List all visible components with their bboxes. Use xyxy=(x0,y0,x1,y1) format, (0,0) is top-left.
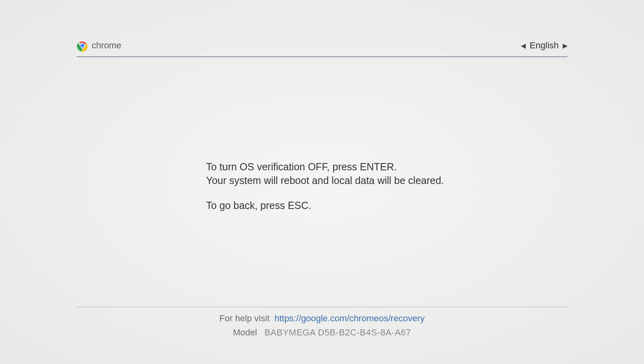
message-line-1: To turn OS verification OFF, press ENTER… xyxy=(206,160,483,174)
footer-divider xyxy=(76,307,568,307)
help-prefix: For help visit xyxy=(219,313,270,323)
main-content: To turn OS verification OFF, press ENTER… xyxy=(206,160,483,212)
os-verification-screen: chrome ◀ English ▶ To turn OS verificati… xyxy=(0,0,644,364)
model-line: Model BABYMEGA D5B-B2C-B4S-8A-A67 xyxy=(0,325,644,339)
svg-point-3 xyxy=(81,44,84,47)
message-line-3: To go back, press ESC. xyxy=(206,199,483,213)
language-selector[interactable]: ◀ English ▶ xyxy=(521,40,568,51)
help-line: For help visit https://google.com/chrome… xyxy=(0,311,644,325)
help-link[interactable]: https://google.com/chromeos/recovery xyxy=(275,313,425,323)
spacer xyxy=(206,188,483,199)
language-label: English xyxy=(530,40,559,51)
brand-label: chrome xyxy=(92,40,121,51)
model-label: Model xyxy=(233,327,257,337)
model-value: BABYMEGA D5B-B2C-B4S-8A-A67 xyxy=(264,327,411,337)
chevron-left-icon: ◀ xyxy=(521,42,526,50)
brand: chrome xyxy=(76,39,121,52)
footer: For help visit https://google.com/chrome… xyxy=(0,311,644,339)
chrome-icon xyxy=(76,39,89,52)
header: chrome ◀ English ▶ xyxy=(76,39,568,57)
chevron-right-icon: ▶ xyxy=(563,42,568,50)
message-line-2: Your system will reboot and local data w… xyxy=(206,174,483,188)
